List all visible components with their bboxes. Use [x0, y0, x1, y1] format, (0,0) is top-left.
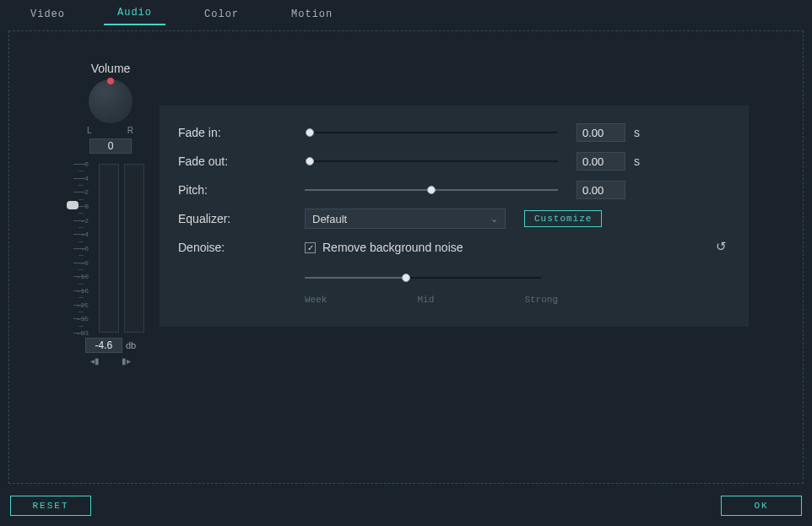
reset-button[interactable]: RESET	[10, 496, 91, 516]
fade-out-label: Fade out:	[178, 155, 305, 168]
equalizer-customize-button[interactable]: Customize	[524, 210, 602, 227]
denoise-strong-label: Strong	[524, 295, 558, 305]
pan-knob[interactable]	[88, 79, 133, 124]
denoise-label: Denoise:	[178, 241, 305, 254]
denoise-scale-labels: Week Mid Strong	[305, 295, 558, 305]
volume-bar-right	[124, 164, 144, 333]
tab-bar: Video Audio Color Motion	[0, 0, 812, 25]
fade-out-input[interactable]	[577, 152, 625, 171]
equalizer-select[interactable]: Default ⌄	[305, 209, 506, 229]
reset-panel-icon[interactable]: ↺	[716, 239, 727, 254]
fade-out-unit: s	[634, 155, 640, 168]
audio-settings-panel: Fade in: s Fade out: s Pitch:	[160, 106, 749, 327]
fade-out-row: Fade out: s	[178, 149, 730, 173]
volume-bar-left	[99, 164, 119, 333]
volume-step-left-icon[interactable]: ◂▮	[90, 356, 100, 366]
volume-db-unit: db	[126, 340, 136, 350]
denoise-mid-label: Mid	[417, 295, 434, 305]
volume-db-input[interactable]	[85, 338, 122, 353]
volume-slider-handle[interactable]	[67, 201, 78, 209]
pitch-row: Pitch:	[178, 178, 730, 202]
pitch-slider[interactable]	[305, 183, 558, 197]
pan-lr-labels: L R	[87, 126, 134, 135]
volume-scale: 6420-2-4-6-8-10-16-25-35-83	[73, 164, 92, 333]
volume-section: Volume L R 6420-2-4-6-8-10-16-25-35-83 d…	[56, 62, 165, 366]
content-area: Volume L R 6420-2-4-6-8-10-16-25-35-83 d…	[8, 30, 804, 484]
volume-title: Volume	[56, 62, 165, 75]
denoise-slider-row	[178, 266, 730, 290]
denoise-checkbox-label: Remove background noise	[322, 241, 463, 254]
chevron-down-icon: ⌄	[490, 214, 498, 225]
denoise-row: Denoise: ✓ Remove background noise	[178, 236, 730, 259]
denoise-strength-slider[interactable]	[305, 271, 541, 285]
denoise-weak-label: Week	[305, 295, 327, 305]
fade-in-unit: s	[634, 126, 640, 139]
tab-motion[interactable]: Motion	[278, 3, 346, 25]
pan-r-label: R	[127, 126, 134, 135]
equalizer-row: Equalizer: Default ⌄ Customize	[178, 207, 730, 230]
tab-color[interactable]: Color	[191, 3, 252, 25]
equalizer-label: Equalizer:	[178, 212, 305, 225]
pitch-input[interactable]	[577, 181, 625, 199]
denoise-checkbox[interactable]: ✓	[305, 242, 316, 253]
fade-in-input[interactable]	[577, 123, 625, 142]
pitch-label: Pitch:	[178, 183, 305, 197]
pan-l-label: L	[87, 126, 93, 135]
tab-audio[interactable]: Audio	[104, 2, 165, 25]
fade-in-slider[interactable]	[305, 126, 558, 139]
fade-in-row: Fade in: s	[178, 121, 730, 144]
pan-value-input[interactable]	[89, 138, 132, 154]
tab-video[interactable]: Video	[17, 3, 78, 25]
fade-out-slider[interactable]	[305, 155, 558, 168]
ok-button[interactable]: OK	[721, 496, 802, 516]
fade-in-label: Fade in:	[178, 126, 305, 139]
equalizer-selected: Default	[312, 213, 347, 225]
volume-step-right-icon[interactable]: ▮▸	[122, 356, 131, 366]
volume-meters: 6420-2-4-6-8-10-16-25-35-83	[73, 164, 148, 333]
